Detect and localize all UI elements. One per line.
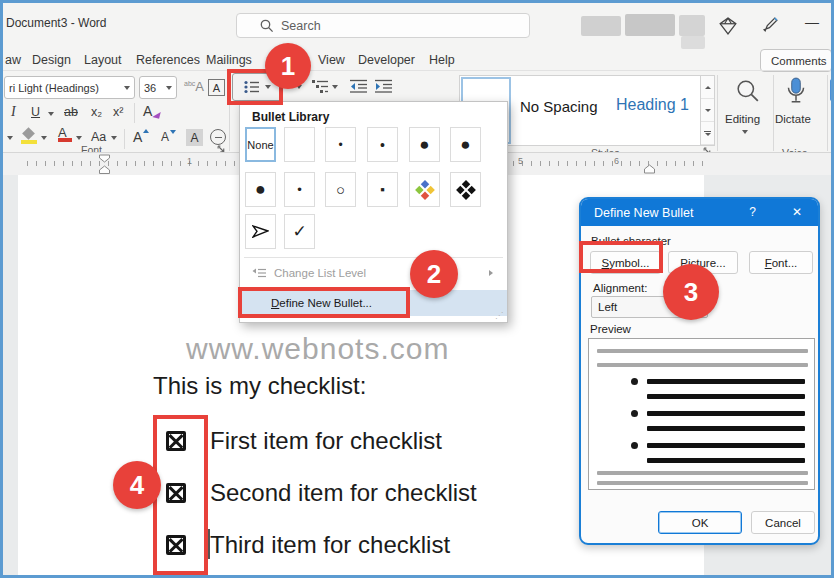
preview-bullet-dot <box>631 378 638 385</box>
text-cursor <box>208 529 210 559</box>
diamond-icon[interactable] <box>719 17 737 35</box>
grow-font-button[interactable]: A <box>133 129 149 145</box>
resize-grip[interactable]: ⋰ <box>495 311 503 320</box>
bullet-tile-dot-large[interactable]: ● <box>409 127 440 162</box>
bullet-tile-dot-small[interactable]: • <box>367 127 398 162</box>
bullet-tile-none[interactable]: None <box>245 127 276 162</box>
enclose-characters-button[interactable] <box>210 129 226 145</box>
tab-references[interactable]: References <box>136 53 200 67</box>
bullet-tile-dot-small[interactable]: • <box>325 127 356 162</box>
close-icon[interactable]: ✕ <box>792 205 802 219</box>
bullet-tile-arrow[interactable] <box>245 214 276 249</box>
increase-indent-icon[interactable] <box>375 79 393 94</box>
microphone-icon <box>786 77 806 105</box>
font-color-button[interactable]: A <box>58 127 72 142</box>
tab-mailings[interactable]: Mailings <box>206 53 252 67</box>
change-case-chevron-icon[interactable] <box>111 136 117 140</box>
annotation-step-2: 2 <box>410 250 458 298</box>
clear-formatting-icon[interactable]: abcA <box>184 79 204 94</box>
multilevel-list-icon[interactable] <box>312 79 329 94</box>
preview-black-line <box>647 411 805 416</box>
preview-black-line <box>647 458 805 463</box>
dictate-button[interactable]: Dictate <box>775 113 811 125</box>
tab-developer[interactable]: Developer <box>358 53 415 67</box>
gallery-up-icon[interactable] <box>705 86 711 89</box>
strikethrough-button[interactable]: ab <box>64 105 78 119</box>
tab-design[interactable]: Design <box>32 53 71 67</box>
tab-draw-partial[interactable]: aw <box>5 53 21 67</box>
styles-gallery-scroll[interactable] <box>701 75 715 146</box>
bullet-tile-check[interactable]: ✓ <box>284 214 315 249</box>
black-diamonds-icon <box>456 180 476 200</box>
style-item-no-spacing[interactable]: No Spacing <box>520 98 598 115</box>
character-shading-button[interactable]: A <box>186 129 203 146</box>
bullet-tile-blank[interactable] <box>284 127 315 162</box>
editing-chevron-icon <box>742 130 748 134</box>
right-indent-marker-icon[interactable] <box>643 163 656 175</box>
shrink-font-button[interactable]: A <box>161 130 176 144</box>
comments-label: Comments <box>771 55 827 67</box>
character-border-icon[interactable]: A <box>208 79 225 96</box>
search-input[interactable]: Search <box>236 13 530 38</box>
bullet-tile-dot-small[interactable]: • <box>284 172 315 207</box>
tab-view[interactable]: View <box>318 53 345 67</box>
submenu-arrow-icon <box>489 270 493 276</box>
pen-icon[interactable] <box>762 17 779 34</box>
multilevel-chevron-icon[interactable] <box>332 85 338 89</box>
group-separator <box>827 75 828 151</box>
font-color-chevron-icon[interactable] <box>76 136 82 140</box>
change-case-button[interactable]: Aa <box>91 130 106 144</box>
checklist-heading: This is my checklist: <box>153 372 366 400</box>
cancel-button[interactable]: Cancel <box>751 511 815 534</box>
overflow-chevron-icon[interactable] <box>7 136 13 140</box>
ruler-number: 6 <box>614 156 619 166</box>
sidebar-icon-partial[interactable] <box>830 79 834 101</box>
search-placeholder: Search <box>281 19 321 33</box>
underline-button[interactable]: U <box>31 105 40 119</box>
font-size-combo[interactable]: 36 <box>139 76 177 99</box>
subscript-button[interactable]: x₂ <box>91 105 102 119</box>
editing-button[interactable]: Editing <box>725 113 760 125</box>
text-effects-pen-icon <box>152 110 160 118</box>
annotation-step-1: 1 <box>265 43 311 89</box>
superscript-button[interactable]: x² <box>113 105 123 119</box>
bullet-tile-square[interactable]: ▪ <box>367 172 398 207</box>
list-item: Third item for checklist <box>166 531 450 559</box>
italic-button[interactable]: I <box>11 104 16 120</box>
divider <box>124 129 125 149</box>
bullet-tile-circle[interactable]: ○ <box>325 172 356 207</box>
bullet-tile-color-diamonds[interactable] <box>409 172 440 207</box>
help-icon[interactable]: ? <box>749 205 756 219</box>
annotation-box-checkboxes <box>153 415 208 575</box>
text-effects-button[interactable]: A <box>143 103 152 119</box>
ruler-number: 1 <box>187 156 192 166</box>
font-button[interactable]: Font... <box>749 251 813 274</box>
ruler-number: 5 <box>518 156 523 166</box>
change-list-level-item[interactable]: Change List Level <box>240 260 507 286</box>
tab-help[interactable]: Help <box>429 53 455 67</box>
bullet-library-title: Bullet Library <box>252 110 329 124</box>
preview-black-line <box>647 443 805 448</box>
bullet-tile-dot-large[interactable]: ● <box>245 172 276 207</box>
alignment-value: Left <box>598 301 617 313</box>
decrease-indent-icon[interactable] <box>350 79 368 94</box>
divider <box>134 103 135 123</box>
tab-layout[interactable]: Layout <box>84 53 122 67</box>
underline-chevron-icon[interactable] <box>48 112 54 116</box>
highlight-color-button[interactable] <box>21 129 37 145</box>
gallery-more-icon[interactable] <box>705 133 711 136</box>
bullet-tile-black-diamonds[interactable] <box>450 172 481 207</box>
gallery-down-icon[interactable] <box>705 109 711 112</box>
highlight-chevron-icon[interactable] <box>41 136 47 140</box>
font-name-combo[interactable]: ri Light (Headings) <box>4 76 135 99</box>
dialog-titlebar[interactable]: Define New Bullet ? ✕ <box>581 199 818 226</box>
minimize-button[interactable]: — <box>805 14 819 30</box>
indent-markers-icon[interactable] <box>98 154 111 175</box>
ok-button[interactable]: OK <box>658 511 742 534</box>
comments-button[interactable]: Comments <box>760 49 832 72</box>
caret-up-icon <box>143 129 149 133</box>
style-item-heading1[interactable]: Heading 1 <box>616 96 689 114</box>
preview-gray-line <box>597 471 808 475</box>
bullet-tile-dot-large[interactable]: ● <box>450 127 481 162</box>
watermark-text: www.webnots.com <box>186 332 449 366</box>
